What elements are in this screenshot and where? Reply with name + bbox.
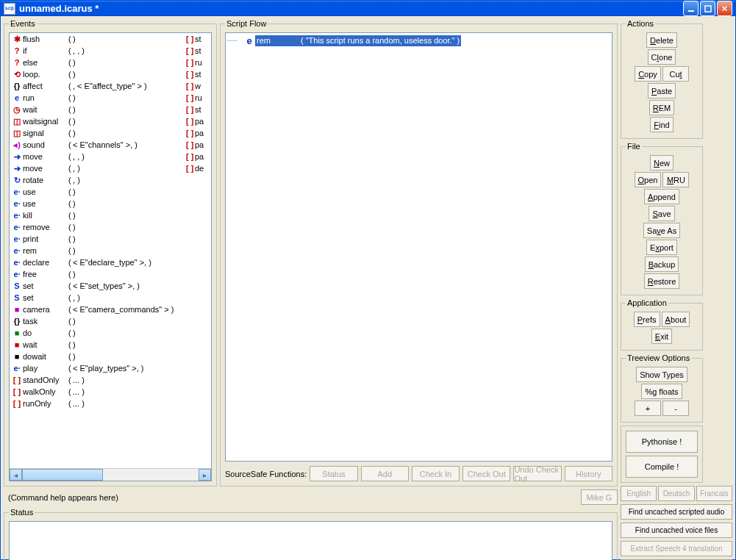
event-row[interactable]: ◷wait( )[ ]st (10, 104, 211, 115)
event-type-icon: {} (11, 317, 23, 326)
event-type-icon: ? (11, 46, 23, 55)
mru-button[interactable]: MRU (662, 172, 689, 187)
find-button[interactable]: Find (650, 117, 673, 132)
copy-button[interactable]: Copy (635, 66, 661, 82)
event-type-icon: ◷ (11, 105, 23, 115)
scroll-left-icon[interactable]: ◂ (10, 469, 22, 481)
event-row[interactable]: ■dowait( ) (10, 351, 211, 362)
event-signature: ) (73, 246, 186, 255)
event-row[interactable]: {}task( ) (10, 315, 211, 327)
scroll-thumb[interactable] (22, 469, 103, 481)
event-row[interactable]: e·rem( ) (10, 245, 211, 256)
close-button[interactable]: × (717, 1, 732, 16)
event-row[interactable]: e·declare( < E"declare_type" >, ) (10, 256, 211, 268)
mikeg-button[interactable]: Mike G (581, 489, 618, 505)
event-return: st (195, 46, 210, 55)
event-row[interactable]: [ ]walkOnly( ... ) (10, 386, 211, 398)
compile-button[interactable]: Compile ! (626, 456, 698, 478)
flow-area[interactable]: ┈┈ e rem ( "This script runs a random, u… (225, 32, 612, 462)
titlebar[interactable]: I<0 unnamed.icarus * × (1, 1, 735, 16)
event-row[interactable]: ➔move( , , )[ ]pa (10, 151, 211, 162)
showtypes-button[interactable]: Show Types (636, 367, 687, 382)
find-uncached-voice-button[interactable]: Find uncached voice files (621, 523, 732, 538)
event-row[interactable]: ■wait( ) (10, 339, 211, 351)
tree-plus-button[interactable]: + (635, 401, 661, 416)
event-row[interactable]: e·print( ) (10, 233, 211, 245)
paste-button[interactable]: Paste (648, 83, 676, 98)
event-name: if (23, 46, 68, 55)
exit-button[interactable]: Exit (651, 329, 672, 344)
ssf-add-button[interactable]: Add (361, 466, 409, 481)
event-type-icon: ■ (11, 340, 23, 349)
event-signature: ... ) (73, 387, 186, 396)
event-row[interactable]: ?else( )[ ]ru (10, 57, 211, 68)
event-row[interactable]: Sset( < E"set_types" >, ) (10, 280, 211, 292)
event-row[interactable]: ◫signal( )[ ]pa (10, 127, 211, 139)
event-signature: , , ) (73, 152, 186, 161)
ssf-checkout-button[interactable]: Check Out (462, 466, 510, 481)
events-legend: Events (9, 19, 37, 28)
gfloats-button[interactable]: %g floats (641, 384, 682, 399)
event-row[interactable]: ◂)sound( < E"channels" >, )[ ]pa (10, 139, 211, 151)
find-uncached-audio-button[interactable]: Find uncached scripted audio (621, 504, 732, 520)
export-button[interactable]: Export (646, 240, 677, 255)
clone-button[interactable]: Clone (648, 49, 676, 65)
saveas-button[interactable]: Save As (643, 223, 680, 238)
flow-e-icon: e (243, 35, 255, 46)
event-row[interactable]: erun( )[ ]ru (10, 92, 211, 104)
events-panel: Events ✱flush( )[ ]st?if( , , )[ ]st?els… (4, 19, 217, 487)
event-signature: ... ) (73, 399, 186, 408)
minimize-button[interactable] (683, 1, 699, 16)
event-row[interactable]: e·free( ) (10, 268, 211, 280)
event-row[interactable]: e·play( < E"play_types" >, ) (10, 362, 211, 374)
scroll-right-icon[interactable]: ▸ (199, 469, 211, 481)
flow-item[interactable]: ┈┈ e rem ( "This script runs a random, u… (227, 35, 610, 46)
event-row[interactable]: e·use( ) (10, 186, 211, 198)
event-row[interactable]: ⟲loop.( )[ ]st (10, 68, 211, 80)
event-row[interactable]: ?if( , , )[ ]st (10, 45, 211, 57)
event-row[interactable]: {}affect( , < E"affect_type" > )[ ]w (10, 80, 211, 92)
about-button[interactable]: About (662, 312, 690, 327)
pythonise-button[interactable]: Pythonise ! (626, 431, 698, 453)
event-row[interactable]: ↻rotate( , ) (10, 174, 211, 186)
events-list[interactable]: ✱flush( )[ ]st?if( , , )[ ]st?else( )[ ]… (9, 32, 212, 481)
event-row[interactable]: [ ]runOnly( ... ) (10, 398, 211, 409)
ssf-history-button[interactable]: History (565, 466, 612, 481)
event-row[interactable]: ➔move( , )[ ]de (10, 162, 211, 174)
prefs-button[interactable]: Prefs (634, 312, 660, 327)
tree-minus-button[interactable]: - (662, 401, 689, 416)
new-button[interactable]: New (650, 155, 674, 170)
delete-button[interactable]: Delete (646, 32, 677, 48)
append-button[interactable]: Append (644, 189, 679, 204)
event-row[interactable]: ✱flush( )[ ]st (10, 33, 211, 45)
event-row[interactable]: ■do( ) (10, 327, 211, 339)
ssf-status-button[interactable]: Status (310, 466, 357, 481)
event-signature: ) (73, 317, 186, 326)
event-row[interactable]: ◫waitsignal( )[ ]pa (10, 115, 211, 127)
event-return: pa (195, 129, 210, 137)
restore-button[interactable]: Restore (644, 273, 680, 289)
event-row[interactable]: ■camera( < E"camera_commands" > ) (10, 304, 211, 315)
lang-english-button[interactable]: English (621, 486, 657, 501)
event-row[interactable]: e·use( ) (10, 198, 211, 209)
save-button[interactable]: Save (649, 206, 674, 221)
event-row[interactable]: [ ]standOnly( ... ) (10, 374, 211, 386)
cut-button[interactable]: Cut (662, 66, 689, 82)
event-row[interactable]: e·kill( ) (10, 209, 211, 221)
lang-francais-button[interactable]: Francais (696, 486, 732, 501)
lang-deutsch-button[interactable]: Deutsch (658, 486, 694, 501)
event-signature: ) (73, 35, 186, 43)
event-type-icon: e· (11, 187, 23, 196)
events-hscroll[interactable]: ◂ ▸ (10, 468, 211, 481)
ssf-checkin-button[interactable]: Check In (412, 466, 460, 481)
bracket-icon: [ ] (186, 70, 195, 79)
ssf-undo-button[interactable]: Undo Check Out (513, 466, 561, 481)
backup-button[interactable]: Backup (645, 256, 679, 272)
maximize-button[interactable] (700, 1, 715, 16)
event-row[interactable]: e·remove( ) (10, 221, 211, 233)
rem-button[interactable]: REM (649, 100, 674, 115)
open-button[interactable]: Open (635, 172, 662, 187)
event-row[interactable]: Sset( , ) (10, 292, 211, 304)
scriptflow-legend: Script Flow (225, 19, 268, 28)
extract-speech-button[interactable]: Extract Speech 4 translation (621, 541, 732, 556)
